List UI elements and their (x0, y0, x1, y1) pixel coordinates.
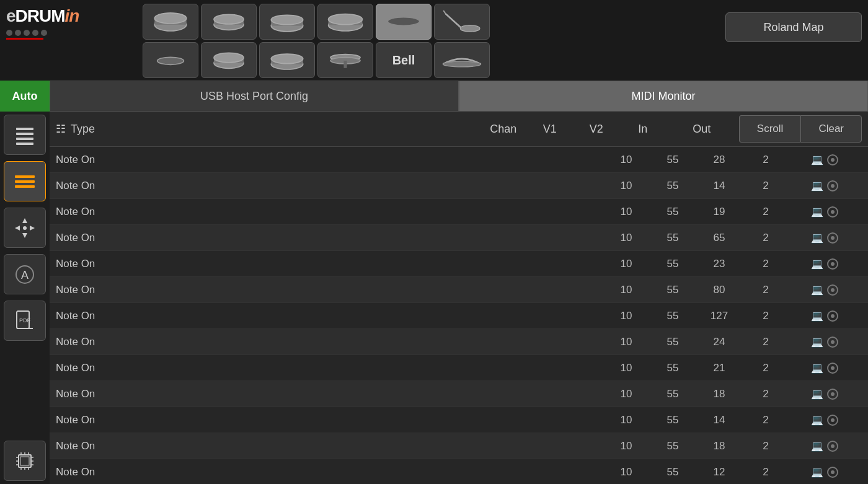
circle-icon (827, 363, 838, 374)
cell-out: 💻 (787, 440, 862, 452)
table-controls: ☷ Type Chan V1 V2 In Out Scroll Clear (50, 112, 868, 147)
cell-v2: 19 (694, 206, 744, 218)
screen-icon: 💻 (811, 362, 823, 374)
svg-rect-27 (16, 128, 33, 130)
sidebar-a-icon[interactable]: A (4, 254, 46, 294)
clear-button[interactable]: Clear (800, 115, 862, 143)
pad-12[interactable] (434, 42, 490, 78)
cell-in: 2 (744, 440, 787, 452)
circle-icon (827, 389, 838, 400)
screen-icon: 💻 (811, 414, 823, 426)
pad-10[interactable] (317, 42, 373, 78)
circle-icon (827, 310, 838, 322)
sidebar: Auto (0, 81, 50, 484)
main: Auto (0, 81, 868, 484)
cell-v2: 24 (694, 336, 744, 348)
table-row: Note On 10 55 80 2 💻 (50, 277, 868, 303)
cell-chan: 10 (601, 284, 651, 296)
cell-v2: 14 (694, 180, 744, 192)
cell-v2: 21 (694, 362, 744, 374)
sidebar-list-icon[interactable] (4, 115, 46, 155)
svg-rect-33 (15, 185, 35, 188)
in-col-header: In (621, 123, 665, 136)
cell-v2: 65 (694, 232, 744, 244)
cell-v1: 55 (651, 258, 694, 270)
pad-1[interactable] (143, 4, 198, 40)
cell-v2: 18 (694, 388, 744, 400)
svg-text:PDF: PDF (19, 317, 31, 323)
pad-2[interactable] (201, 4, 257, 40)
pad-5[interactable] (376, 4, 432, 40)
circle-icon (827, 284, 838, 296)
table-row: Note On 10 55 14 2 💻 (50, 173, 868, 199)
cell-type: Note On (56, 362, 601, 374)
cell-chan: 10 (601, 466, 651, 478)
cell-chan: 10 (601, 414, 651, 426)
svg-point-19 (214, 53, 244, 62)
header: eDRUMin (0, 0, 868, 81)
cell-type: Note On (56, 310, 601, 322)
table-row: Note On 10 55 12 2 💻 (50, 459, 868, 484)
logo: eDRUMin (6, 6, 79, 26)
cell-in: 2 (744, 154, 787, 166)
cell-v1: 55 (651, 388, 694, 400)
sidebar-move-icon[interactable] (4, 208, 46, 248)
cell-v2: 18 (694, 440, 744, 452)
svg-rect-25 (343, 61, 347, 68)
cell-v2: 23 (694, 258, 744, 270)
pad-7[interactable] (143, 42, 198, 78)
cell-in: 2 (744, 258, 787, 270)
svg-point-2 (154, 13, 186, 24)
pad-9[interactable] (259, 42, 315, 78)
cell-out: 💻 (787, 284, 862, 296)
tab-usb[interactable]: USB Host Port Config (50, 81, 459, 112)
v2-col-header: V2 (572, 123, 621, 136)
cell-v1: 55 (651, 414, 694, 426)
screen-icon: 💻 (811, 154, 823, 165)
svg-point-16 (157, 57, 184, 64)
cell-chan: 10 (601, 362, 651, 374)
pad-4[interactable] (317, 4, 373, 40)
circle-icon (827, 415, 838, 426)
sidebar-pdf-icon[interactable]: PDF (4, 301, 46, 341)
tab-midi[interactable]: MIDI Monitor (459, 81, 868, 112)
cell-v1: 55 (651, 232, 694, 244)
pad-6[interactable] (434, 4, 490, 40)
svg-marker-36 (15, 226, 20, 231)
scroll-button[interactable]: Scroll (739, 115, 801, 143)
table-row: Note On 10 55 65 2 💻 (50, 225, 868, 251)
table-row: Note On 10 55 127 2 💻 (50, 303, 868, 329)
cell-v2: 14 (694, 414, 744, 426)
cell-chan: 10 (601, 258, 651, 270)
screen-icon: 💻 (811, 336, 823, 348)
circle-icon (827, 206, 838, 218)
chan-col-header: Chan (479, 123, 528, 136)
cell-in: 2 (744, 206, 787, 218)
sidebar-chip-icon[interactable] (4, 441, 46, 481)
pad-8[interactable] (201, 42, 257, 78)
cell-v2: 127 (694, 310, 744, 322)
filter-icon[interactable]: ☷ (56, 122, 66, 136)
out-col-header: Out (665, 123, 739, 136)
auto-button[interactable]: Auto (0, 81, 50, 112)
screen-icon: 💻 (811, 440, 823, 452)
cell-v1: 55 (651, 284, 694, 296)
svg-point-38 (23, 226, 27, 230)
cell-in: 2 (744, 232, 787, 244)
table-row: Note On 10 55 14 2 💻 (50, 407, 868, 433)
cell-in: 2 (744, 388, 787, 400)
svg-rect-28 (16, 133, 33, 135)
cell-in: 2 (744, 414, 787, 426)
screen-icon: 💻 (811, 258, 823, 270)
pad-11[interactable]: Bell (376, 42, 432, 78)
cell-v1: 55 (651, 466, 694, 478)
circle-icon (827, 232, 838, 244)
table-row: Note On 10 55 19 2 💻 (50, 199, 868, 225)
cell-type: Note On (56, 466, 601, 478)
pad-3[interactable] (259, 4, 315, 40)
sidebar-align-icon[interactable] (4, 161, 46, 201)
roland-map-button[interactable]: Roland Map (725, 12, 862, 42)
circle-icon (827, 337, 838, 348)
cell-in: 2 (744, 284, 787, 296)
cell-out: 💻 (787, 336, 862, 348)
